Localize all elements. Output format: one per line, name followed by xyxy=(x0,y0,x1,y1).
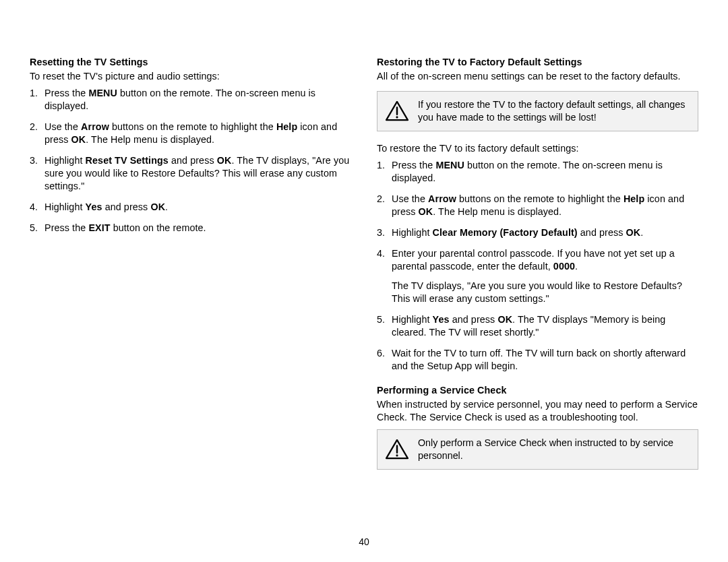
text: Enter your parental control passcode. If… xyxy=(392,248,675,272)
bold: OK xyxy=(150,201,165,212)
list-item: Use the Arrow buttons on the remote to h… xyxy=(377,193,698,218)
service-check-text: When instructed by service personnel, yo… xyxy=(377,398,698,424)
text: Use the xyxy=(44,121,81,132)
bold: Arrow xyxy=(428,193,456,204)
text: Press the xyxy=(44,88,88,98)
bold: Yes xyxy=(433,314,450,325)
bold: MENU xyxy=(88,88,117,98)
warning-icon xyxy=(386,101,408,121)
text: . xyxy=(575,261,578,272)
bold: Arrow xyxy=(81,121,109,132)
list-item: Highlight Reset TV Settings and press OK… xyxy=(30,154,351,193)
text: . xyxy=(165,201,168,212)
list-item: Wait for the TV to turn off. The TV will… xyxy=(377,347,698,373)
text: . xyxy=(640,227,643,238)
bold: Help xyxy=(276,121,297,132)
text: Highlight xyxy=(392,314,433,325)
text: and press xyxy=(578,227,626,238)
callout-text: Only perform a Service Check when instru… xyxy=(418,437,688,462)
bold: OK xyxy=(497,314,512,325)
text: Wait for the TV to turn off. The TV will… xyxy=(392,348,686,371)
text: Use the xyxy=(392,193,428,204)
page-number: 40 xyxy=(0,536,728,547)
text: and press xyxy=(169,155,217,166)
bold: Clear Memory (Factory Default) xyxy=(433,227,578,238)
manual-page: Resetting the TV Settings To reset the T… xyxy=(0,0,728,480)
svg-point-3 xyxy=(396,454,398,456)
warning-callout: If you restore the TV to the factory def… xyxy=(377,91,698,131)
bold: OK xyxy=(217,155,232,166)
text: buttons on the remote to highlight the xyxy=(456,193,624,204)
bold: Reset TV Settings xyxy=(86,155,169,166)
intro-reset: To reset the TV's picture and audio sett… xyxy=(30,70,351,83)
intro-restore-2: To restore the TV to its factory default… xyxy=(377,142,698,155)
intro-restore: All of the on-screen menu settings can b… xyxy=(377,70,698,83)
list-item: Press the MENU button on the remote. The… xyxy=(30,87,351,113)
bold: OK xyxy=(626,227,641,238)
text: Press the xyxy=(392,160,435,170)
text: buttons on the remote to highlight the xyxy=(109,121,276,132)
list-item: Highlight Yes and press OK. xyxy=(30,201,351,214)
bold: Help xyxy=(624,193,644,204)
list-item: Highlight Clear Memory (Factory Default)… xyxy=(377,226,698,239)
sub-note: The TV displays, "Are you sure you would… xyxy=(392,280,698,305)
list-item: Use the Arrow buttons on the remote to h… xyxy=(30,121,351,146)
text: Press the xyxy=(44,222,88,233)
callout-text: If you restore the TV to the factory def… xyxy=(418,98,688,124)
steps-restore: Press the MENU button on the remote. The… xyxy=(377,159,698,373)
list-item: Press the MENU button on the remote. The… xyxy=(377,159,698,185)
list-item: Press the EXIT button on the remote. xyxy=(30,222,351,235)
heading-reset: Resetting the TV Settings xyxy=(30,57,351,67)
left-column: Resetting the TV Settings To reset the T… xyxy=(30,57,351,480)
svg-point-1 xyxy=(396,116,398,118)
text: . The Help menu is displayed. xyxy=(86,134,214,145)
warning-callout-2: Only perform a Service Check when instru… xyxy=(377,429,698,470)
bold: 0000 xyxy=(553,261,575,272)
text: and press xyxy=(102,201,151,212)
text: Highlight xyxy=(392,227,433,238)
text: . The Help menu is displayed. xyxy=(433,206,562,217)
text: Highlight xyxy=(44,201,86,212)
heading-service-check: Performing a Service Check xyxy=(377,385,698,396)
text: and press xyxy=(450,314,498,325)
warning-icon xyxy=(386,439,408,460)
list-item: Enter your parental control passcode. If… xyxy=(377,247,698,305)
steps-reset: Press the MENU button on the remote. The… xyxy=(30,87,351,235)
heading-restore: Restoring the TV to Factory Default Sett… xyxy=(377,57,698,67)
bold: MENU xyxy=(435,160,464,170)
bold: EXIT xyxy=(88,222,110,233)
bold: OK xyxy=(71,134,86,145)
text: Highlight xyxy=(44,155,86,166)
bold: OK xyxy=(419,206,433,217)
right-column: Restoring the TV to Factory Default Sett… xyxy=(377,57,698,480)
list-item: Highlight Yes and press OK. The TV displ… xyxy=(377,313,698,339)
text: button on the remote. xyxy=(111,222,206,233)
bold: Yes xyxy=(86,201,102,212)
